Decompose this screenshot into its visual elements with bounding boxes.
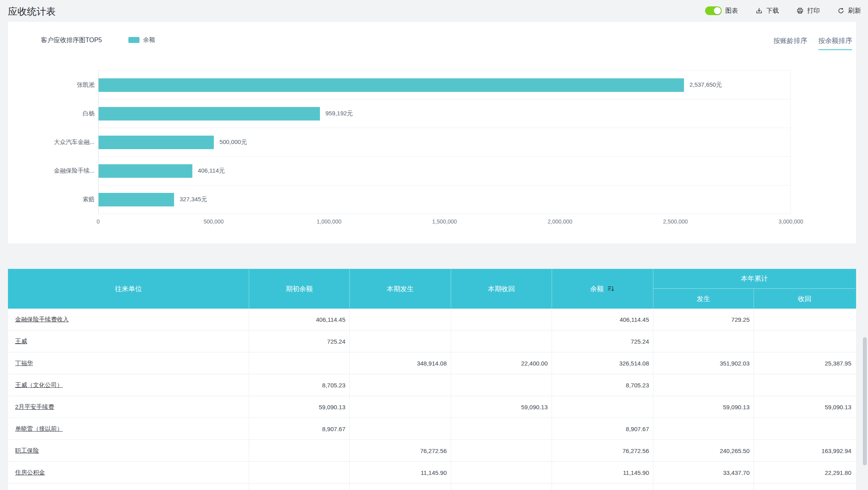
table-row: 王威（文化公司）8,705.238,705.23	[8, 374, 856, 396]
legend-item-balance[interactable]: 余额	[128, 36, 155, 44]
ytd-occurred-cell	[653, 484, 754, 490]
download-icon	[756, 7, 763, 14]
balance-cell: 8,705.23	[552, 374, 653, 396]
ytd-occurred-cell	[653, 374, 754, 396]
toolbar: 图表 下载 打印 刷新	[705, 0, 861, 21]
table-row: 2月平安手续费59,090.1359,090.1359,090.1359,090…	[8, 396, 856, 418]
ytd-recovered-cell: 163,992.94	[754, 440, 855, 461]
current-recovered-cell	[451, 309, 552, 330]
toggle-knob	[714, 7, 721, 14]
current-recovered-cell	[451, 418, 552, 439]
table-body: 金融保险手续费收入406,114.45406,114.45729.25王威725…	[8, 309, 856, 490]
refresh-icon	[837, 7, 845, 14]
ytd-recovered-cell: 22,291.80	[754, 462, 855, 483]
current-occurred-cell: 11,145.90	[350, 462, 451, 483]
counterparty-link[interactable]: 金融保险手续费收入	[15, 316, 69, 323]
opening-balance-cell	[249, 440, 350, 461]
ytd-recovered-cell	[754, 309, 855, 330]
y-axis-category-labels: 张凯淞白杨大众汽车金融...金融保险手续...索赔	[12, 70, 95, 214]
counterparty-cell: 职工保险	[8, 440, 249, 461]
receivables-statistics-page: 应收统计表 图表 下载 打印 刷新 客户应收排序图TOP5	[0, 0, 868, 490]
sort-tabs: 按账龄排序按余额排序	[773, 36, 852, 50]
counterparty-link[interactable]: 单晓雷（接以前）	[15, 425, 63, 433]
chart-band: 327,345元	[99, 185, 790, 214]
current-recovered-cell	[451, 484, 552, 490]
balance-cell: 11,145.90	[552, 462, 653, 483]
print-label: 打印	[807, 7, 820, 15]
counterparty-link[interactable]: 2月平安手续费	[15, 403, 54, 411]
refresh-button[interactable]: 刷新	[837, 7, 861, 15]
counterparty-cell: 单晓雷（接以前）	[8, 418, 249, 439]
counterparty-link[interactable]: 职工保险	[15, 447, 39, 455]
current-occurred-cell	[350, 309, 451, 330]
balance-cell	[552, 396, 653, 418]
counterparty-cell: 住房公积金	[8, 462, 249, 483]
counterparty-link[interactable]: 住房公积金	[15, 469, 45, 476]
current-recovered-cell	[451, 462, 552, 483]
sort-descending-icon[interactable]	[607, 285, 615, 293]
col-header-balance: 余额	[552, 269, 653, 309]
table-row	[8, 484, 856, 490]
ytd-recovered-cell: 25,387.95	[754, 352, 855, 374]
col-header-current-recovered: 本期收回	[451, 269, 552, 309]
balance-cell	[552, 484, 653, 490]
ytd-recovered-cell	[754, 418, 855, 439]
category-label: 大众汽车金融...	[12, 128, 95, 156]
balance-cell: 8,907.67	[552, 418, 653, 439]
col-header-opening-balance: 期初余额	[249, 269, 350, 309]
opening-balance-cell: 8,705.23	[249, 374, 350, 396]
bar-chart: 2,537,650元959,192元500,000元406,114元327,34…	[98, 70, 791, 214]
download-label: 下载	[766, 7, 779, 15]
current-recovered-cell	[451, 331, 552, 352]
counterparty-cell: 丁福华	[8, 352, 249, 374]
counterparty-cell: 王威（文化公司）	[8, 374, 249, 396]
col-header-current-occurred: 本期发生	[350, 269, 451, 309]
balance-cell: 326,514.08	[552, 352, 653, 374]
print-icon	[796, 7, 804, 14]
ytd-occurred-cell: 729.25	[653, 309, 754, 330]
category-label: 白杨	[12, 99, 95, 128]
opening-balance-cell: 59,090.13	[249, 396, 350, 418]
category-label: 金融保险手续...	[12, 156, 95, 185]
print-button[interactable]: 打印	[796, 7, 820, 15]
category-label: 张凯淞	[12, 70, 95, 99]
ytd-occurred-cell	[653, 418, 754, 439]
table-row: 王威725.24725.24	[8, 331, 856, 352]
download-button[interactable]: 下载	[756, 7, 779, 15]
counterparty-link[interactable]: 王威（文化公司）	[15, 381, 63, 389]
current-occurred-cell	[350, 331, 451, 352]
opening-balance-cell: 725.24	[249, 331, 350, 352]
chart-title: 客户应收排序图TOP5	[41, 36, 102, 45]
ytd-recovered-cell	[754, 331, 855, 352]
current-recovered-cell: 22,400.00	[451, 352, 552, 374]
chart-toggle[interactable]	[705, 6, 722, 15]
ytd-recovered-cell	[754, 484, 855, 490]
bar-value-label: 500,000元	[219, 138, 247, 146]
x-axis-tick: 3,000,000	[779, 218, 803, 225]
chart-bar	[99, 136, 214, 149]
x-axis-tick: 1,000,000	[317, 218, 341, 225]
counterparty-cell	[8, 484, 249, 490]
counterparty-link[interactable]: 丁福华	[15, 360, 33, 367]
balance-cell: 406,114.45	[552, 309, 653, 330]
opening-balance-cell: 406,114.45	[249, 309, 350, 330]
legend-label: 余额	[143, 36, 155, 44]
col-header-ytd-recovered: 收回	[754, 289, 855, 309]
current-occurred-cell	[350, 396, 451, 418]
table-row: 单晓雷（接以前）8,907.678,907.67	[8, 418, 856, 440]
counterparty-cell: 金融保险手续费收入	[8, 309, 249, 330]
counterparty-link[interactable]: 王威	[15, 338, 27, 345]
sort-tab-1[interactable]: 按余额排序	[818, 36, 852, 50]
ytd-occurred-cell: 59,090.13	[653, 396, 754, 418]
table-row: 住房公积金11,145.9011,145.9033,437.7022,291.8…	[8, 462, 856, 484]
opening-balance-cell	[249, 484, 350, 490]
current-occurred-cell	[350, 418, 451, 439]
opening-balance-cell	[249, 462, 350, 483]
chart-band: 2,537,650元	[99, 71, 790, 99]
sort-tab-0[interactable]: 按账龄排序	[773, 36, 807, 50]
chart-band: 959,192元	[99, 99, 790, 128]
scrollbar-thumb[interactable]	[863, 337, 867, 465]
x-axis-tick: 1,500,000	[432, 218, 457, 225]
chart-band: 406,114元	[99, 157, 790, 185]
counterparty-cell: 王威	[8, 331, 249, 352]
